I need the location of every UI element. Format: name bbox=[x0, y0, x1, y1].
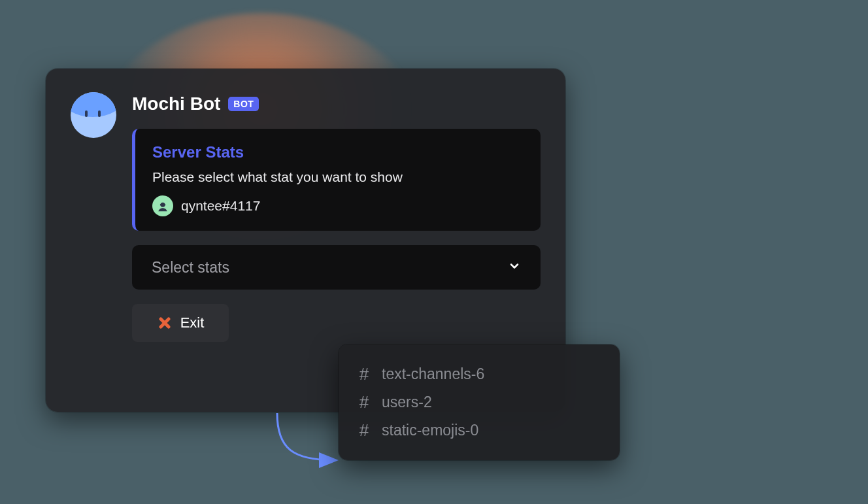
select-stats-dropdown[interactable]: Select stats bbox=[132, 245, 541, 290]
hash-icon: # bbox=[357, 420, 371, 441]
bot-name: Mochi Bot bbox=[132, 93, 220, 114]
channel-row[interactable]: # users-2 bbox=[357, 388, 601, 416]
channels-popup-card: # text-channels-6 # users-2 # static-emo… bbox=[339, 344, 620, 460]
channel-name: static-emojis-0 bbox=[382, 422, 478, 439]
close-icon bbox=[157, 315, 173, 331]
bot-avatar bbox=[71, 92, 116, 138]
exit-button[interactable]: Exit bbox=[132, 304, 229, 342]
user-tag: qyntee#4117 bbox=[181, 198, 260, 214]
embed-description: Please select what stat you want to show bbox=[152, 169, 524, 185]
embed-footer-user: qyntee#4117 bbox=[152, 195, 524, 216]
exit-label: Exit bbox=[180, 314, 205, 331]
bot-badge: BOT bbox=[228, 97, 259, 111]
channel-name: text-channels-6 bbox=[382, 365, 484, 383]
channel-row[interactable]: # text-channels-6 bbox=[357, 360, 601, 388]
svg-rect-2 bbox=[160, 204, 165, 206]
embed-title: Server Stats bbox=[152, 143, 524, 161]
embed-box: Server Stats Please select what stat you… bbox=[132, 129, 541, 231]
bot-title-line: Mochi Bot BOT bbox=[132, 93, 541, 114]
hash-icon: # bbox=[357, 392, 371, 412]
select-placeholder: Select stats bbox=[152, 259, 229, 277]
channel-row[interactable]: # static-emojis-0 bbox=[357, 416, 601, 445]
user-avatar-icon bbox=[152, 195, 173, 216]
hash-icon: # bbox=[357, 364, 371, 384]
channel-name: users-2 bbox=[382, 394, 432, 411]
chevron-down-icon bbox=[508, 260, 521, 275]
connector-arrow-icon bbox=[264, 413, 349, 479]
